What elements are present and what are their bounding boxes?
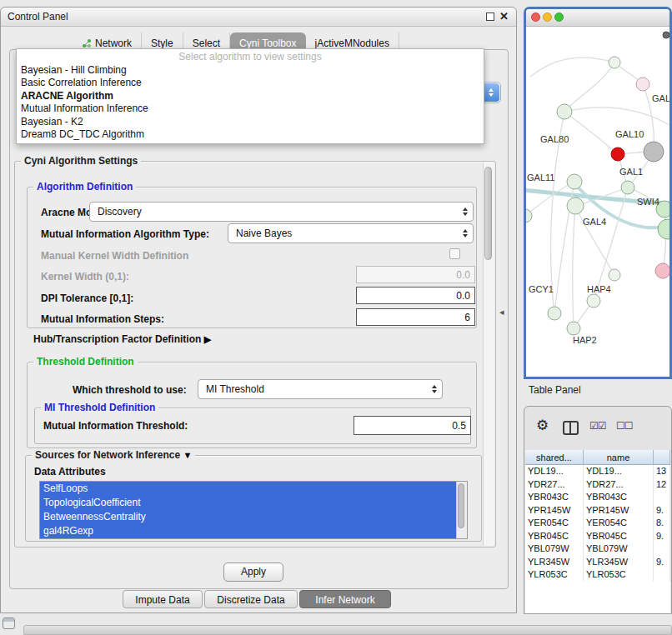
cell-name: YBL079W: [584, 542, 654, 556]
tab-discretize-data[interactable]: Discretize Data: [204, 590, 298, 608]
column-header[interactable]: [654, 450, 670, 465]
sources-toggle[interactable]: Sources for Network Inference ▼: [32, 449, 195, 461]
table-row[interactable]: YDR27... YDR27... 12: [525, 478, 670, 492]
network-edge[interactable]: [663, 209, 665, 271]
network-node[interactable]: [644, 142, 664, 162]
column-header[interactable]: shared...: [525, 450, 584, 465]
cell-shared-name: YBL079W: [525, 542, 584, 556]
scrollbar-thumb[interactable]: [458, 483, 464, 528]
window-title: Control Panel: [8, 11, 68, 22]
table-panel-window: ⚙ ☑☑ ☐☐ shared... name YDL19... YDL19...…: [524, 406, 672, 614]
table-row[interactable]: YLR345W YLR345W 9.: [525, 556, 670, 569]
network-node[interactable]: [663, 32, 669, 38]
table-row[interactable]: YPR145W YPR145W 9.: [525, 504, 670, 518]
table-row[interactable]: YER054C YER054C 8.: [525, 517, 670, 530]
tab-infer-network[interactable]: Infer Network: [299, 590, 391, 608]
network-node[interactable]: [567, 322, 580, 335]
network-node[interactable]: [611, 148, 624, 161]
manual-kernel-label: Manual Kernel Width Definition: [41, 250, 188, 262]
mi-steps-field[interactable]: [356, 308, 475, 326]
network-edge[interactable]: [564, 112, 618, 154]
network-edge[interactable]: [564, 108, 669, 125]
dropdown-item[interactable]: Bayesian - K2: [17, 116, 484, 129]
network-node[interactable]: [621, 181, 634, 194]
columns-icon[interactable]: [563, 421, 579, 435]
node-label: GAL1: [619, 167, 643, 177]
which-threshold-combobox[interactable]: MI Threshold: [198, 379, 443, 399]
algorithm-definition-group: Algorithm Definition Aracne Mode: Discov…: [27, 187, 477, 328]
gear-icon[interactable]: ⚙: [536, 418, 549, 432]
cell-value: 9.: [654, 530, 670, 543]
cell-value: 12: [654, 478, 670, 492]
attribute-item-selected[interactable]: gal4RGexp: [40, 524, 457, 538]
manual-kernel-checkbox[interactable]: [449, 248, 460, 259]
kernel-width-label: Kernel Width (0,1):: [41, 271, 129, 282]
network-node[interactable]: [557, 104, 572, 119]
deselect-all-checkboxes-icon[interactable]: ☐☐: [616, 420, 633, 432]
aracne-mode-combobox[interactable]: Discovery: [89, 202, 474, 222]
attribute-item-selected[interactable]: TopologicalCoefficient: [40, 496, 457, 510]
dropdown-item[interactable]: Bayesian - Hill Climbing: [17, 64, 484, 78]
attribute-item-selected[interactable]: SelfLoops: [40, 482, 457, 496]
combobox-arrows-icon: [458, 208, 473, 216]
network-edge[interactable]: [530, 58, 614, 77]
close-icon[interactable]: ✕: [499, 10, 509, 22]
attribute-item-selected[interactable]: BetweennessCentrality: [40, 510, 457, 524]
dropdown-item-selected[interactable]: ARACNE Algorithm: [17, 90, 484, 103]
mi-threshold-field[interactable]: [354, 416, 471, 435]
hub-definition-label: Hub/Transcription Factor Definition: [33, 333, 201, 345]
sources-title: Sources for Network Inference: [35, 449, 180, 461]
cell-value: 9.: [654, 556, 670, 569]
settings-scrollbar[interactable]: [483, 162, 494, 546]
cell-value: 9.: [654, 504, 670, 518]
network-svg[interactable]: GAL80GAL10GAL11GAL1SWI4GAL4GCY1HAP4HAP2G…: [526, 27, 669, 378]
tab-impute-data[interactable]: Impute Data: [123, 590, 203, 608]
combobox-arrows-icon: [427, 385, 442, 393]
network-edge[interactable]: [564, 62, 614, 112]
scrollbar-thumb[interactable]: [484, 167, 492, 260]
combobox-arrows-icon[interactable]: [483, 83, 499, 102]
hub-definition-toggle[interactable]: Hub/Transcription Factor Definition ▶: [33, 333, 211, 345]
mi-type-combobox[interactable]: Naive Bayes: [228, 223, 474, 243]
float-icon[interactable]: [486, 12, 494, 21]
table-row[interactable]: YBR045C YBR045C 9.: [525, 530, 670, 543]
cell-name: YBR043C: [584, 491, 654, 504]
tab-label: jActiveMNodules: [315, 38, 389, 49]
network-node[interactable]: [548, 307, 561, 320]
mi-type-label: Mutual Information Algorithm Type:: [41, 228, 209, 240]
table-row[interactable]: YLR053C YLR053C: [525, 568, 670, 582]
network-node[interactable]: [609, 57, 620, 68]
dropdown-item[interactable]: Basic Correlation Inference: [17, 77, 484, 90]
network-node[interactable]: [658, 219, 669, 239]
node-label: GAL80: [540, 134, 569, 144]
dpi-tolerance-field[interactable]: [356, 287, 475, 304]
close-traffic-light-icon[interactable]: [531, 12, 540, 22]
dropdown-item[interactable]: Mutual Information Inference: [17, 102, 484, 116]
dropdown-item[interactable]: Dream8 DC_TDC Algorithm: [17, 128, 484, 142]
threshold-definition-group: Threshold Definition Which threshold to …: [27, 362, 477, 448]
column-header[interactable]: name: [584, 450, 654, 465]
network-node[interactable]: [609, 269, 620, 281]
table-row[interactable]: YBR043C YBR043C: [525, 491, 670, 504]
network-titlebar[interactable]: [526, 9, 669, 27]
network-edge[interactable]: [526, 182, 574, 216]
network-node[interactable]: [567, 198, 584, 214]
zoom-traffic-light-icon[interactable]: [554, 12, 564, 22]
network-node[interactable]: [636, 78, 649, 91]
control-panel-titlebar[interactable]: Control Panel ✕: [1, 8, 516, 27]
data-attributes-label: Data Attributes: [34, 466, 106, 478]
table-row[interactable]: YDL19... YDL19... 13: [525, 465, 670, 478]
cell-name: YLR053C: [584, 568, 654, 582]
attribute-list-scrollbar[interactable]: [456, 482, 467, 538]
network-node[interactable]: [655, 263, 669, 278]
network-node[interactable]: [567, 174, 582, 189]
network-edge[interactable]: [573, 206, 575, 328]
table-row[interactable]: YBL079W YBL079W: [525, 542, 670, 556]
network-node[interactable]: [587, 294, 600, 308]
minimized-panel-icon[interactable]: [3, 618, 15, 629]
select-all-checkboxes-icon[interactable]: ☑☑: [589, 420, 606, 432]
panel-collapse-icon[interactable]: ◂: [499, 307, 504, 318]
apply-button[interactable]: Apply: [223, 562, 283, 582]
minimize-traffic-light-icon[interactable]: [543, 12, 552, 22]
bottom-status-strip: [23, 625, 672, 635]
